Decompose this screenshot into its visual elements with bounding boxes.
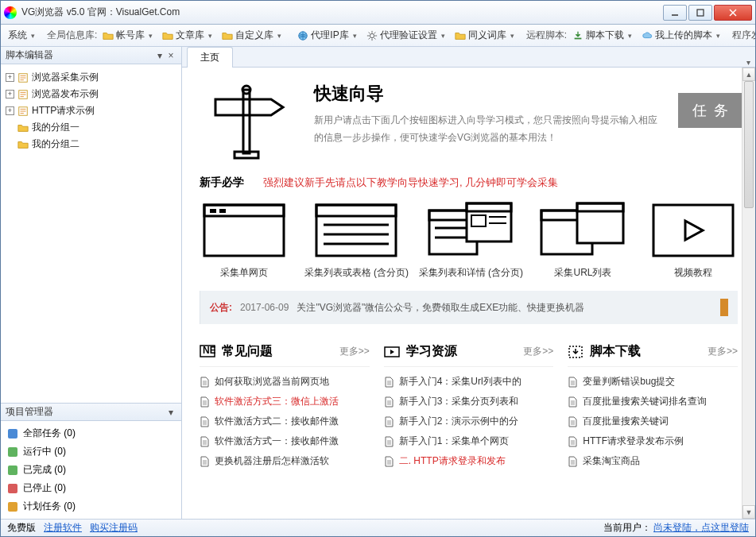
maximize-button[interactable] <box>688 5 712 21</box>
pm-item[interactable]: 全部任务 (0) <box>6 424 176 442</box>
more-link[interactable]: 更多>> <box>523 345 553 358</box>
menu-system[interactable]: 系统 <box>4 27 39 44</box>
list-item[interactable]: 新手入门1：采集单个网页 <box>384 431 554 451</box>
tree-toggle[interactable]: + <box>6 90 14 99</box>
list-item-text: 新手入门4：采集Url列表中的 <box>399 375 521 388</box>
document-icon <box>200 377 210 388</box>
list-item[interactable]: HTTF请求登录发布示例 <box>568 431 738 451</box>
wizard-card[interactable]: 采集列表和详情 (含分页) <box>424 201 518 280</box>
menu-custom[interactable]: 自定义库 <box>218 27 285 44</box>
svg-rect-12 <box>8 466 17 475</box>
tree-toggle[interactable]: + <box>6 106 14 115</box>
user-label: 当前用户： <box>603 522 651 533</box>
svg-rect-22 <box>316 205 396 256</box>
pin-icon[interactable]: ▾ <box>154 50 165 61</box>
notice-bar: 公告: 2017-06-09 关注"VG浏览器"微信公众号，免费领取生成EXE功… <box>200 291 738 324</box>
document-icon <box>384 456 394 467</box>
tab-overflow-icon[interactable]: ▾ <box>746 58 750 67</box>
list-item[interactable]: 百度批量搜索关键词 <box>568 411 738 431</box>
pm-item[interactable]: 运行中 (0) <box>6 442 176 461</box>
document-icon <box>200 456 210 467</box>
list-item[interactable]: 百度批量搜索关键词排名查询 <box>568 392 738 411</box>
tree-toggle[interactable]: + <box>6 73 14 82</box>
minimize-button[interactable] <box>663 5 687 21</box>
list-item-text: 采集淘宝商品 <box>583 454 640 468</box>
wizard-card[interactable]: 采集URL列表 <box>538 201 627 280</box>
list-item[interactable]: 新手入门3：采集分页列表和 <box>384 392 554 411</box>
tab-home[interactable]: 主页 <box>187 47 233 68</box>
menu-proxy[interactable]: 代理IP库 <box>293 27 360 44</box>
list-item[interactable]: 如何获取浏览器当前网页地 <box>200 372 370 392</box>
scroll-down-icon[interactable]: ▼ <box>742 505 755 519</box>
svg-rect-20 <box>210 209 216 213</box>
list-item[interactable]: 变量判断错误bug提交 <box>568 372 738 392</box>
newbie-label: 新手必学 <box>200 176 244 190</box>
toolbar: 系统 全局信息库: 帐号库 文章库 自定义库 代理IP库 代理验证设置 同义词库… <box>1 25 755 47</box>
close-button[interactable] <box>714 5 752 21</box>
menu-accounts[interactable]: 帐号库 <box>99 27 157 44</box>
more-link[interactable]: 更多>> <box>339 345 370 358</box>
video-icon <box>384 345 400 359</box>
pin-icon[interactable]: ▾ <box>165 407 176 418</box>
document-icon <box>568 456 578 467</box>
document-icon <box>384 416 394 427</box>
card-label: 视频教程 <box>674 266 712 280</box>
panel-close-icon[interactable]: × <box>165 50 176 61</box>
list-item-text: 百度批量搜索关键词排名查询 <box>583 395 707 408</box>
project-list: 全部任务 (0)运行中 (0)已完成 (0)已停止 (0)计划任务 (0) <box>1 421 181 519</box>
menu-my-uploads[interactable]: 我上传的脚本 <box>638 27 724 44</box>
menu-script-download[interactable]: 脚本下载 <box>568 27 636 44</box>
pm-item[interactable]: 已完成 (0) <box>6 461 176 479</box>
wizard-card[interactable]: 视频教程 <box>649 201 738 280</box>
tree-item[interactable]: +浏览器发布示例 <box>4 86 178 102</box>
tab-strip: 主页 ▾ <box>182 47 755 68</box>
list-item-text: 二. HTTP请求登录和发布 <box>399 454 506 468</box>
scrollbar[interactable]: ▲ ▼ <box>742 68 755 519</box>
list-item-text: 新手入门2：演示示例中的分 <box>399 415 519 428</box>
col-learn-title: 学习资源 <box>406 343 457 360</box>
list-item[interactable]: 软件激活方式一：接收邮件激 <box>200 431 370 451</box>
script-editor-header: 脚本编辑器 ▾ × <box>1 47 181 64</box>
pm-label: 全部任务 (0) <box>23 427 76 440</box>
svg-rect-21 <box>219 209 226 213</box>
pm-item[interactable]: 已停止 (0) <box>6 479 176 497</box>
tree-item[interactable]: 我的分组二 <box>4 136 178 153</box>
card-icon <box>200 201 288 260</box>
wizard-card[interactable]: 采集单网页 <box>200 201 289 280</box>
svg-rect-38 <box>577 203 623 243</box>
menu-articles[interactable]: 文章库 <box>158 27 216 44</box>
tree-item[interactable]: +浏览器采集示例 <box>4 69 178 86</box>
menu-proxy-verify[interactable]: 代理验证设置 <box>362 27 449 44</box>
list-item[interactable]: 二. HTTP请求登录和发布 <box>384 451 554 471</box>
titlebar: VG浏览器 v5.0 官网：VisualGet.Com <box>1 1 755 25</box>
tree-item[interactable]: +HTTP请求示例 <box>4 102 178 119</box>
card-label: 采集单网页 <box>220 266 268 280</box>
task-badge[interactable]: 任 务 <box>678 93 744 128</box>
list-item[interactable]: 软件激活方式三：微信上激活 <box>200 392 370 411</box>
list-item-text: 软件激活方式二：接收邮件激 <box>215 415 339 428</box>
list-item[interactable]: 采集淘宝商品 <box>568 451 738 471</box>
document-icon <box>568 396 578 408</box>
pm-label: 已停止 (0) <box>23 481 66 495</box>
list-item[interactable]: 软件激活方式二：接收邮件激 <box>200 411 370 431</box>
scroll-thumb[interactable] <box>744 81 754 208</box>
svg-rect-11 <box>8 447 17 457</box>
list-item[interactable]: 新手入门4：采集Url列表中的 <box>384 372 554 392</box>
scroll-up-icon[interactable]: ▲ <box>742 68 755 81</box>
status-icon <box>7 501 18 512</box>
more-link[interactable]: 更多>> <box>708 345 738 358</box>
pm-item[interactable]: 计划任务 (0) <box>6 497 176 516</box>
buy-link[interactable]: 购买注册码 <box>90 521 138 535</box>
col-faq: NEWS 常见问题 更多>> 如何获取浏览器当前网页地软件激活方式三：微信上激活… <box>200 340 370 471</box>
list-item[interactable]: 新手入门2：演示示例中的分 <box>384 411 554 431</box>
list-item[interactable]: 更换机器注册后怎样激活软 <box>200 451 370 471</box>
script-tree[interactable]: +浏览器采集示例+浏览器发布示例+HTTP请求示例我的分组一我的分组二 <box>1 64 181 403</box>
menu-synonym[interactable]: 同义词库 <box>451 27 518 44</box>
tree-item[interactable]: 我的分组一 <box>4 119 178 136</box>
register-link[interactable]: 注册软件 <box>44 521 82 535</box>
list-item-text: 新手入门1：采集单个网页 <box>399 435 510 448</box>
label-remote-script: 远程脚本: <box>526 29 567 42</box>
wizard-card[interactable]: 采集列表或表格 (含分页) <box>309 201 403 280</box>
login-link[interactable]: 尚未登陆，点这里登陆 <box>653 522 749 533</box>
cloud-icon <box>642 30 653 41</box>
